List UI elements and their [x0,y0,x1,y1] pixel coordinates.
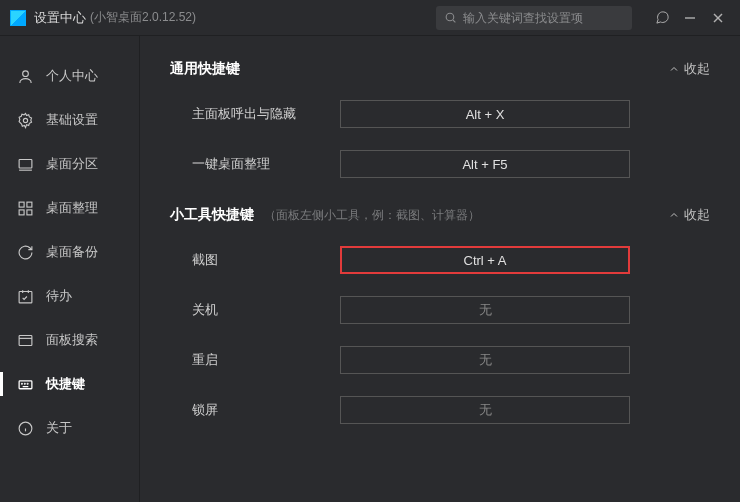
hotkey-row: 重启 无 [170,346,710,374]
hotkey-row: 锁屏 无 [170,396,710,424]
collapse-toggle-general[interactable]: 收起 [668,60,710,78]
keyboard-icon [16,375,34,393]
sidebar-item-label: 个人中心 [46,67,98,85]
gear-icon [16,111,34,129]
sidebar-item-label: 待办 [46,287,72,305]
svg-point-5 [22,70,28,76]
row-label: 关机 [170,301,340,319]
svg-rect-7 [19,159,32,168]
titlebar: 设置中心 (小智桌面2.0.12.52) [0,0,740,36]
svg-rect-14 [19,335,32,345]
collapse-toggle-widgets[interactable]: 收起 [668,206,710,224]
hotkey-input-main-panel[interactable]: Alt + X [340,100,630,128]
sidebar-item-organize[interactable]: 桌面整理 [0,186,139,230]
sync-icon [16,243,34,261]
user-icon [16,67,34,85]
hotkey-input-restart[interactable]: 无 [340,346,630,374]
sidebar-item-label: 桌面整理 [46,199,98,217]
sidebar-item-todo[interactable]: 待办 [0,274,139,318]
sidebar-item-label: 快捷键 [46,375,85,393]
panel-icon [16,331,34,349]
grid-icon [16,199,34,217]
sidebar-item-label: 面板搜索 [46,331,98,349]
row-label: 重启 [170,351,340,369]
hotkey-row: 关机 无 [170,296,710,324]
hotkey-input-screenshot[interactable]: Ctrl + A [340,246,630,274]
minimize-button[interactable] [676,4,704,32]
svg-rect-10 [26,202,31,207]
hotkey-row: 主面板呼出与隐藏 Alt + X [170,100,710,128]
svg-point-6 [23,118,27,122]
hotkey-row: 截图 Ctrl + A [170,246,710,274]
monitor-icon [16,155,34,173]
chevron-up-icon [668,209,680,221]
section-hint: （面板左侧小工具，例：截图、计算器） [264,207,480,224]
row-label: 主面板呼出与隐藏 [170,105,340,123]
section-title: 通用快捷键 [170,60,240,78]
hotkey-input-lock[interactable]: 无 [340,396,630,424]
sidebar-item-backup[interactable]: 桌面备份 [0,230,139,274]
sidebar-item-zones[interactable]: 桌面分区 [0,142,139,186]
info-icon [16,419,34,437]
svg-point-17 [21,383,22,384]
sidebar-item-label: 桌面分区 [46,155,98,173]
svg-rect-16 [19,380,32,388]
sidebar-item-label: 基础设置 [46,111,98,129]
sidebar-item-panel-search[interactable]: 面板搜索 [0,318,139,362]
section-title: 小工具快捷键 [170,206,254,224]
app-title: 设置中心 [34,9,86,27]
sidebar-item-label: 关于 [46,419,72,437]
svg-point-0 [446,13,454,21]
sidebar: 个人中心 基础设置 桌面分区 桌面整理 桌面备份 待办 面板搜索 快捷键 [0,36,140,502]
row-label: 截图 [170,251,340,269]
row-label: 一键桌面整理 [170,155,340,173]
sidebar-item-hotkeys[interactable]: 快捷键 [0,362,139,406]
app-version: (小智桌面2.0.12.52) [90,9,196,26]
calendar-check-icon [16,287,34,305]
svg-point-19 [27,383,28,384]
hotkey-input-organize[interactable]: Alt + F5 [340,150,630,178]
svg-rect-11 [19,209,24,214]
hotkey-row: 一键桌面整理 Alt + F5 [170,150,710,178]
hotkey-input-shutdown[interactable]: 无 [340,296,630,324]
row-label: 锁屏 [170,401,340,419]
svg-line-1 [453,20,455,22]
close-button[interactable] [704,4,732,32]
search-icon [444,11,457,24]
sidebar-item-about[interactable]: 关于 [0,406,139,450]
search-input[interactable] [463,11,624,25]
sidebar-item-profile[interactable]: 个人中心 [0,54,139,98]
section-header-general: 通用快捷键 收起 [170,60,710,78]
chevron-up-icon [668,63,680,75]
section-header-widgets: 小工具快捷键 （面板左侧小工具，例：截图、计算器） 收起 [170,206,710,224]
search-box[interactable] [436,6,632,30]
sidebar-item-label: 桌面备份 [46,243,98,261]
app-logo-icon [10,10,26,26]
svg-rect-12 [26,209,31,214]
content: 通用快捷键 收起 主面板呼出与隐藏 Alt + X 一键桌面整理 Alt + F… [140,36,740,502]
sidebar-item-basic[interactable]: 基础设置 [0,98,139,142]
svg-rect-9 [19,202,24,207]
svg-point-18 [24,383,25,384]
feedback-button[interactable] [648,4,676,32]
